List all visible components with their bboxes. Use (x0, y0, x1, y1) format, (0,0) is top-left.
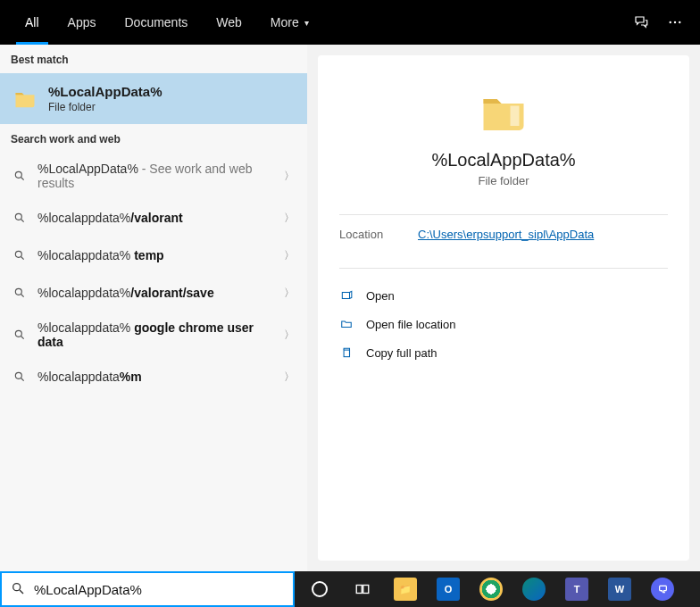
suggestion-text: %localappdata%/valorant (38, 211, 273, 225)
feedback-icon[interactable] (632, 13, 650, 31)
suggestion-text: %localappdata% temp (38, 248, 273, 262)
folder-open-icon (339, 317, 354, 331)
taskbar-teams[interactable]: T (557, 573, 596, 605)
search-icon (11, 581, 25, 598)
discord-icon: 🗨 (651, 578, 674, 601)
preview-panel: %LocalAppData% File folder Location C:\U… (318, 55, 689, 561)
best-match-subtitle: File folder (48, 101, 162, 113)
taskbar-discord[interactable]: 🗨 (643, 573, 682, 605)
folder-icon (12, 87, 38, 112)
search-bar[interactable] (0, 571, 295, 607)
cortana-icon (312, 581, 328, 597)
search-icon (12, 328, 27, 342)
best-match-label: Best match (0, 45, 307, 73)
chevron-right-icon: 〉 (284, 370, 295, 385)
taskbar-word[interactable]: W (600, 573, 639, 605)
svg-point-3 (15, 171, 21, 178)
taskbar-cortana[interactable] (300, 573, 339, 605)
svg-line-4 (21, 178, 24, 180)
suggestion-item[interactable]: %localappdata%/valorant/save 〉 (0, 274, 307, 312)
divider (339, 268, 668, 269)
suggestion-item[interactable]: %LocalAppData% - See work and web result… (0, 153, 307, 199)
svg-point-7 (15, 251, 21, 257)
chevron-right-icon: 〉 (284, 211, 295, 226)
search-input[interactable] (34, 582, 284, 597)
tab-more[interactable]: More (256, 0, 323, 45)
search-icon (12, 169, 27, 183)
suggestion-text: %LocalAppData% - See work and web result… (38, 162, 273, 190)
action-label: Open file location (366, 318, 455, 331)
chevron-right-icon: 〉 (284, 248, 295, 263)
svg-point-2 (679, 21, 680, 23)
svg-line-14 (21, 378, 24, 381)
tab-group: All Apps Documents Web More (11, 0, 323, 45)
taskbar-chrome[interactable] (471, 573, 511, 605)
svg-line-6 (21, 220, 24, 222)
svg-point-13 (15, 372, 21, 378)
taskbar-explorer[interactable]: 📁 (386, 573, 425, 605)
tab-apps[interactable]: Apps (54, 0, 111, 45)
svg-line-8 (21, 257, 24, 260)
main-content: Best match %LocalAppData% File folder Se… (0, 45, 700, 571)
svg-point-9 (15, 288, 21, 295)
location-row: Location C:\Users\erpsupport_sipl\AppDat… (339, 228, 668, 241)
suggestion-text: %localappdata% google chrome user data (38, 320, 273, 349)
suggestion-item[interactable]: %localappdata%m 〉 (0, 358, 307, 395)
preview-title: %LocalAppData% (339, 150, 668, 170)
svg-point-11 (15, 330, 21, 337)
chevron-right-icon: 〉 (284, 286, 295, 301)
copy-icon (339, 345, 354, 360)
best-match-title: %LocalAppData% (48, 84, 162, 99)
tab-documents[interactable]: Documents (110, 0, 202, 45)
best-match-item[interactable]: %LocalAppData% File folder (0, 73, 307, 124)
chevron-right-icon: 〉 (284, 328, 295, 343)
suggestion-item[interactable]: %localappdata% temp 〉 (0, 237, 307, 274)
svg-point-5 (15, 213, 21, 220)
action-open-location[interactable]: Open file location (339, 310, 668, 338)
svg-point-1 (674, 21, 676, 23)
taskbar: 📁 O T W 🗨 (295, 571, 700, 607)
outlook-icon: O (437, 578, 460, 601)
edge-icon (522, 578, 546, 601)
tab-web[interactable]: Web (202, 0, 256, 45)
preview-subtitle: File folder (339, 174, 668, 187)
location-label: Location (339, 228, 393, 241)
tab-all[interactable]: All (11, 0, 54, 45)
explorer-icon: 📁 (394, 578, 417, 601)
chevron-right-icon: 〉 (284, 169, 295, 184)
svg-line-12 (21, 337, 24, 339)
best-match-text: %LocalAppData% File folder (48, 84, 162, 113)
location-link[interactable]: C:\Users\erpsupport_sipl\AppData (418, 228, 594, 241)
svg-line-10 (21, 295, 24, 297)
results-panel: Best match %LocalAppData% File folder Se… (0, 45, 307, 571)
taskbar-edge[interactable] (514, 573, 554, 605)
svg-point-18 (13, 583, 21, 590)
chrome-icon (479, 578, 503, 601)
suggestion-item[interactable]: %localappdata%/valorant 〉 (0, 199, 307, 237)
teams-icon: T (565, 578, 588, 601)
svg-line-19 (20, 590, 23, 594)
svg-rect-17 (344, 350, 349, 357)
svg-rect-21 (363, 586, 369, 594)
preview-header: %LocalAppData% File folder (339, 71, 668, 205)
header-actions (632, 13, 689, 31)
action-copy-path[interactable]: Copy full path (339, 338, 668, 367)
taskview-icon (351, 578, 374, 601)
taskbar-outlook[interactable]: O (429, 573, 468, 605)
suggestion-text: %localappdata%m (38, 370, 273, 384)
svg-point-0 (670, 21, 671, 23)
header-tabs-bar: All Apps Documents Web More (0, 0, 700, 45)
suggestion-item[interactable]: %localappdata% google chrome user data 〉 (0, 312, 307, 358)
action-open[interactable]: Open (339, 281, 668, 310)
action-label: Copy full path (366, 346, 438, 360)
word-icon: W (608, 578, 631, 601)
taskbar-taskview[interactable] (343, 573, 382, 605)
svg-rect-16 (342, 293, 349, 299)
svg-rect-15 (511, 106, 520, 127)
suggestion-text: %localappdata%/valorant/save (38, 286, 273, 300)
divider (339, 214, 668, 215)
options-icon[interactable] (666, 13, 684, 31)
search-icon (12, 248, 27, 262)
open-icon (339, 288, 354, 303)
search-web-label: Search work and web (0, 124, 307, 153)
